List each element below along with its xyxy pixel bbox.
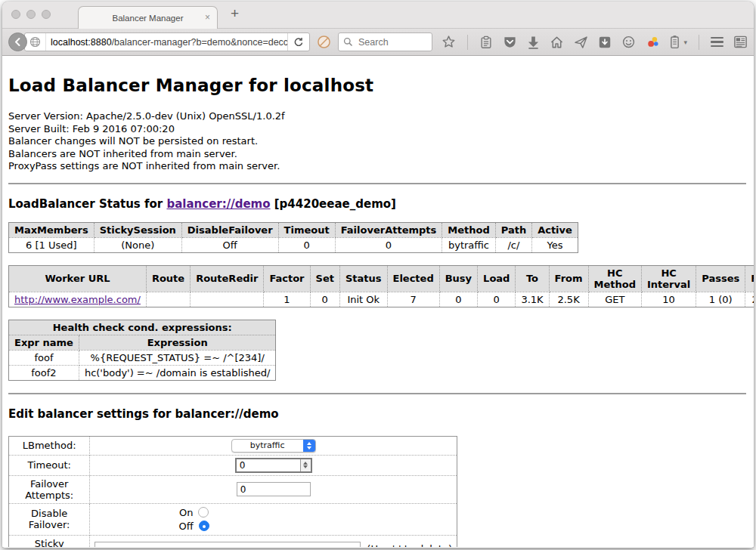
lbmethod-row: LBmethod: bytraffic [9,436,457,455]
cell-expression: hc('body') =~ /domain is established/ [79,365,276,380]
url-bar[interactable]: localhost:8880/balancer-manager?b=demo&n… [24,32,310,51]
radio-on-label: On [179,507,193,518]
tab-close-icon[interactable]: × [205,12,210,23]
cell-factor: 1 [264,292,310,307]
col-status: Status [339,265,387,292]
cell-load: 0 [478,292,516,307]
failover-off-radio[interactable] [199,521,209,531]
chat-smiley-icon[interactable] [621,36,636,49]
cell-failoverattempts: 0 [335,237,442,252]
lbmethod-label: LBmethod: [9,436,90,455]
window-minimize-button[interactable] [26,10,36,19]
cell-worker-url: http://www.example.com/ [9,292,147,307]
sticky-session-row: Sticky Session: (Use '-' to delete) [9,535,457,547]
number-stepper-icon[interactable] [300,459,311,471]
tab-bar: Balancer Manager × + [2,2,754,28]
cell-routeredir [191,292,264,307]
tab-balancer-manager[interactable]: Balancer Manager × [78,6,218,29]
reload-icon [293,37,304,48]
reload-button[interactable] [287,33,309,51]
cell-fails: 2 (0) [745,292,754,307]
new-tab-button[interactable]: + [231,5,239,22]
url-path: /balancer-manager?b=demo&nonce=decc37be-… [112,37,287,48]
hc-row-foof: foof %{REQUEST_STATUS} =~ /^[234]/ [9,350,276,365]
cell-status: Init Ok [339,292,387,307]
dropdown-caret-icon[interactable]: ▾ [683,39,687,46]
col-to: To [516,265,549,292]
lbmethod-selected-value: bytraffic [232,440,303,450]
search-bar[interactable] [338,32,432,51]
balancer-demo-link[interactable]: balancer://demo [166,197,270,211]
server-built-line: Server Built: Feb 9 2016 07:00:20 [8,123,746,136]
site-identity-globe-icon[interactable] [25,33,46,51]
cell-busy: 0 [439,292,477,307]
persist-note-line: Balancer changes will NOT be persisted o… [8,135,746,148]
window-close-button[interactable] [11,10,20,19]
failover-attempts-input[interactable] [237,482,311,496]
clipboard-icon[interactable] [479,36,493,49]
cell-hc-interval: 10 [641,292,696,307]
home-icon[interactable] [550,36,564,49]
section-divider [8,183,746,184]
search-input[interactable] [357,36,425,48]
worker-header-row: Worker URL Route RouteRedir Factor Set S… [9,265,754,292]
blocked-content-button[interactable] [317,35,331,49]
col-active: Active [532,222,578,237]
timeout-row: Timeout: [9,455,457,475]
search-icon [343,37,353,47]
hamburger-menu-icon[interactable] [711,37,723,48]
failover-on-radio[interactable] [198,507,209,518]
toolbar-separator [699,35,699,50]
col-busy: Busy [439,265,477,292]
timeout-input-wrap [235,458,312,473]
toolbar-separator [467,35,468,50]
col-stickysession: StickySession [94,222,181,237]
cell-elected: 7 [387,292,439,307]
worker-url-link[interactable]: http://www.example.com/ [14,294,141,305]
cell-active: Yes [532,237,578,252]
window-zoom-button[interactable] [42,10,51,19]
sticky-session-input[interactable] [94,542,361,547]
balancer-header-row: MaxMembers StickySession DisableFailover… [9,222,578,237]
cell-timeout: 0 [278,237,335,252]
col-factor: Factor [264,265,310,292]
inherit-note-line: Balancers are NOT inherited from main se… [8,148,746,161]
col-set: Set [310,265,339,292]
col-route: Route [146,265,190,292]
col-from: From [549,265,588,292]
cell-passes: 1 (0) [696,292,745,307]
lbmethod-select[interactable]: bytraffic [231,439,316,453]
cell-route [146,292,190,307]
failover-attempts-label: Failover Attempts: [9,475,90,503]
status-heading-prefix: LoadBalancer Status for [8,197,166,211]
col-failoverattempts: FailoverAttempts [335,222,442,237]
status-heading-suffix: [p4420eeae_demo] [271,197,396,211]
navigation-toolbar: localhost:8880/balancer-manager?b=demo&n… [2,28,754,56]
col-method: Method [442,222,495,237]
page-content: Load Balancer Manager for localhost Serv… [2,56,754,547]
battery-icon[interactable] [670,35,680,49]
url-domain: localhost:8880 [51,37,112,48]
hc-row-foof2: foof2 hc('body') =~ /domain is establish… [9,365,276,380]
pocket-icon[interactable] [503,36,517,49]
proxypass-note-line: ProxyPass settings are NOT inherited fro… [8,160,746,173]
server-version-line: Server Version: Apache/2.5.0-dev (Unix) … [8,110,746,123]
col-expression: Expression [79,335,276,350]
colored-dots-icon[interactable] [646,36,660,49]
back-button[interactable] [8,32,27,51]
col-passes: Passes [696,265,745,292]
loadbalancer-status-heading: LoadBalancer Status for balancer://demo … [8,197,746,211]
download-icon[interactable] [527,36,540,49]
screenshot-icon[interactable] [598,36,612,49]
send-icon[interactable] [574,36,588,49]
bookmark-star-icon[interactable] [442,35,456,49]
failover-attempts-row: Failover Attempts: [9,475,457,503]
sticky-session-label: Sticky Session: [9,535,90,547]
cell-from: 2.5K [549,292,588,307]
hc-title-row: Health check cond. expressions: [9,320,276,335]
timeout-input[interactable] [237,459,300,471]
newspaper-icon[interactable] [733,35,748,49]
col-timeout: Timeout [278,222,335,237]
cell-expression: %{REQUEST_STATUS} =~ /^[234]/ [79,350,276,365]
section-divider [8,393,746,394]
